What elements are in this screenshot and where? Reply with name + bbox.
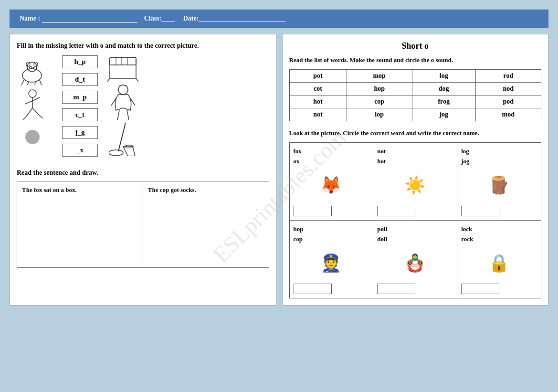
words-col: h_p d_t m_p c_t j_g _x (62, 55, 98, 157)
word-ox: _x (62, 144, 98, 157)
pic-cell-image: 🔒 (461, 246, 537, 280)
word-cot: c_t (62, 108, 98, 121)
word-cell: hot (289, 95, 347, 108)
fox-cell: foxox🦊 (289, 143, 373, 221)
word-cell: jog (412, 108, 475, 121)
sentence-section: Read the sentence and draw. The fox sat … (17, 168, 269, 268)
right-panel: Short o Read the list of words. Make the… (282, 34, 549, 306)
word-cell: mod (475, 108, 541, 121)
answer-box[interactable] (377, 206, 415, 216)
svg-point-0 (22, 69, 42, 82)
pic-cell-image: 👮 (294, 246, 369, 280)
svg-line-4 (35, 82, 35, 85)
svg-point-26 (118, 85, 128, 95)
svg-line-2 (21, 80, 24, 85)
svg-line-12 (32, 97, 40, 101)
svg-line-30 (127, 110, 129, 120)
sentence-boxes: The fox sat on a box. The cop got socks. (17, 181, 269, 268)
word-cell: cot (289, 83, 347, 95)
answer-box[interactable] (377, 284, 415, 294)
svg-line-16 (39, 115, 43, 118)
svg-line-15 (23, 117, 26, 120)
answer-box[interactable] (294, 284, 332, 294)
log-cell: logjog🪵 (457, 143, 541, 221)
pic-cell-words: logjog (461, 147, 537, 167)
right-title: Short o (289, 41, 542, 51)
picture-match-grid: foxox🦊nothot☀️logjog🪵bopcop👮polldoll🪆loc… (289, 142, 542, 298)
pic-cell-image: 🪵 (461, 169, 537, 202)
word-cell: not (289, 108, 347, 121)
doll-cell: polldoll🪆 (373, 220, 457, 298)
word-cell: log (412, 70, 475, 83)
svg-line-11 (25, 101, 32, 104)
word-cell: dog (412, 83, 475, 95)
sentence-box-2: The cop got socks. (143, 181, 269, 267)
girl-svg (109, 84, 137, 122)
ox-picture: Ox (17, 58, 48, 84)
left-instruction: Fill in the missing letter with o and ma… (17, 41, 269, 51)
pic-cell-words: lockrock (461, 224, 537, 244)
answer-box[interactable] (461, 206, 499, 216)
word-dot: d_t (62, 73, 98, 86)
word-cell: lop (347, 108, 412, 121)
word-cell: pot (289, 70, 347, 83)
answer-box[interactable] (461, 284, 499, 294)
svg-line-13 (26, 108, 32, 117)
word-list-table: potmoplogrodcothopdognodhotcopfrogpodnot… (289, 69, 542, 121)
fill-area: Ox (17, 55, 269, 157)
svg-line-24 (107, 78, 110, 82)
girl-picture (107, 90, 138, 117)
word-mop: m_p (62, 91, 98, 104)
right-list-instruction: Read the list of words. Make the sound a… (289, 56, 542, 64)
svg-text:Ox: Ox (29, 65, 35, 70)
sentence-box-1: The fox sat on a box. (17, 181, 143, 267)
left-panel: Fill in the missing letter with o and ma… (10, 34, 276, 306)
svg-line-5 (40, 80, 42, 85)
word-cell: mop (347, 70, 412, 83)
ox-svg: Ox (17, 56, 48, 85)
word-jog: j_g (62, 126, 98, 139)
left-pictures-col: Ox (17, 55, 48, 157)
picture-match-instruction: Look at the picture. Circle the correct … (289, 129, 542, 138)
svg-rect-17 (110, 65, 136, 78)
svg-line-25 (136, 78, 138, 82)
pic-cell-image: 🦊 (294, 169, 369, 202)
main-content: Fill in the missing letter with o and ma… (10, 34, 548, 306)
word-cell: rod (475, 70, 541, 83)
runner-picture (17, 93, 48, 119)
mop-svg (109, 120, 137, 156)
pic-cell-words: nothot (377, 147, 453, 167)
svg-point-32 (109, 150, 123, 156)
name-label: Name : Class:____ Date:_________________… (20, 15, 285, 23)
mop-picture (107, 125, 138, 151)
right-pics-col (107, 55, 138, 157)
word-cell: frog (412, 95, 475, 108)
sentence-instruction: Read the sentence and draw. (17, 168, 269, 178)
cop-cell: bopcop👮 (289, 220, 373, 298)
word-cell: pod (475, 95, 541, 108)
crib-svg (107, 55, 138, 82)
pic-cell-image: 🪆 (377, 246, 453, 280)
answer-box[interactable] (294, 206, 332, 216)
svg-point-9 (29, 90, 36, 97)
crib-picture (107, 55, 138, 82)
svg-line-29 (117, 110, 119, 120)
pic-cell-image: ☀️ (377, 169, 453, 202)
pic-cell-words: bopcop (294, 224, 369, 244)
runner-svg (19, 89, 45, 122)
pic-cell-words: polldoll (377, 224, 453, 244)
header-bar: Name : Class:____ Date:_________________… (10, 10, 548, 28)
lock-cell: lockrock🔒 (457, 220, 541, 298)
svg-line-14 (32, 108, 39, 115)
word-hop: h_p (62, 55, 98, 68)
circle-dot (25, 130, 40, 144)
word-cell: hop (347, 83, 412, 95)
word-cell: cop (347, 95, 412, 108)
svg-line-3 (27, 82, 29, 85)
hot-cell: nothot☀️ (373, 143, 457, 221)
word-cell: nod (475, 83, 541, 95)
pic-cell-words: foxox (294, 147, 369, 167)
